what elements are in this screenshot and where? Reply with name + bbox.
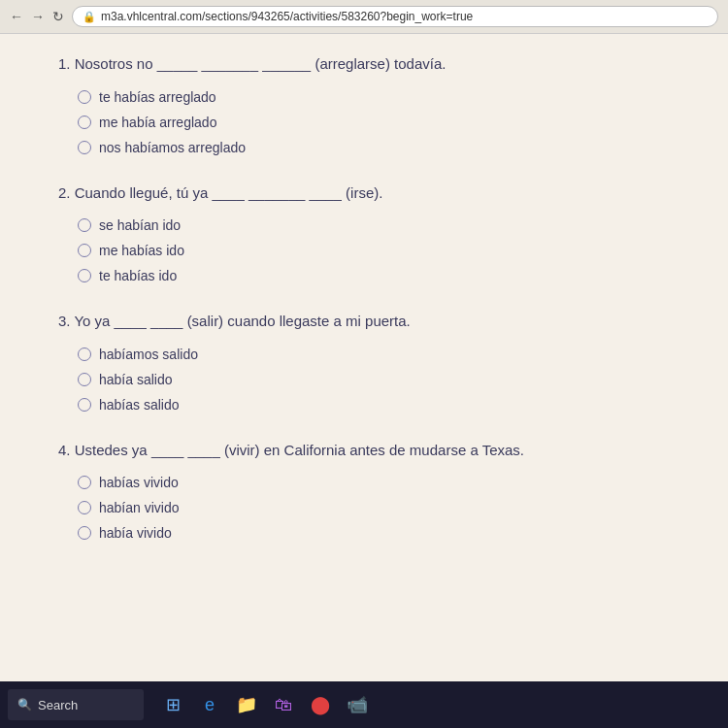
option-label-q4-2: habían vivido: [99, 500, 180, 515]
question-1-options: te habías arregladome había arregladonos…: [58, 89, 670, 155]
option-label-q2-1: se habían ido: [99, 217, 181, 233]
option-label-q3-3: habías salido: [99, 397, 180, 413]
question-2-option-1[interactable]: se habían ido: [78, 217, 670, 233]
option-label-q3-1: habíamos salido: [99, 347, 198, 362]
radio-q2-opt1[interactable]: [78, 218, 91, 232]
folder-icon[interactable]: 📁: [231, 689, 262, 720]
option-label-q4-1: habías vivido: [99, 475, 179, 490]
question-4-option-2[interactable]: habían vivido: [78, 500, 670, 515]
question-3-option-1[interactable]: habíamos salido: [78, 347, 670, 362]
radio-q4-opt2[interactable]: [78, 501, 91, 514]
question-4-text: 4. Ustedes ya ____ ____ (vivir) en Calif…: [58, 440, 670, 462]
folder-symbol: 📁: [236, 694, 257, 715]
option-label-q2-2: me habías ido: [99, 243, 184, 258]
taskview-symbol: ⊞: [166, 694, 181, 715]
radio-q1-opt2[interactable]: [78, 116, 91, 129]
radio-q1-opt3[interactable]: [78, 141, 91, 154]
main-content: 1. Nosotros no _____ _______ ______ (arr…: [0, 34, 728, 681]
back-button[interactable]: ←: [10, 9, 23, 24]
question-1-option-3[interactable]: nos habíamos arreglado: [78, 140, 670, 155]
search-label: Search: [38, 698, 78, 712]
chrome-symbol: ⬤: [311, 694, 330, 715]
option-label-q3-2: había salido: [99, 372, 173, 387]
question-2-text: 2. Cuando llegué, tú ya ____ _______ ___…: [58, 182, 670, 205]
browser-toolbar: ← → ↻ 🔒 m3a.vhlcentral.com/sections/9432…: [0, 0, 728, 34]
radio-q4-opt1[interactable]: [78, 476, 91, 489]
refresh-button[interactable]: ↻: [52, 9, 64, 24]
radio-q3-opt2[interactable]: [78, 373, 91, 386]
store-symbol: 🛍: [275, 695, 292, 715]
taskbar-icons: ⊞ e 📁 🛍 ⬤ 📹: [157, 689, 373, 720]
question-2: 2. Cuando llegué, tú ya ____ _______ ___…: [58, 182, 670, 284]
radio-q4-opt3[interactable]: [78, 526, 91, 540]
search-icon: 🔍: [17, 698, 32, 711]
question-2-option-3[interactable]: te habías ido: [78, 268, 670, 283]
forward-button[interactable]: →: [31, 9, 45, 24]
url-text: m3a.vhlcentral.com/sections/943265/activ…: [101, 10, 473, 23]
edge-icon[interactable]: e: [194, 689, 225, 720]
store-icon[interactable]: 🛍: [268, 689, 299, 720]
option-label-q1-3: nos habíamos arreglado: [99, 140, 246, 155]
question-2-option-2[interactable]: me habías ido: [78, 243, 670, 258]
radio-q3-opt1[interactable]: [78, 347, 91, 361]
question-4-option-1[interactable]: habías vivido: [78, 475, 670, 490]
search-bar[interactable]: 🔍 Search: [8, 689, 144, 720]
taskbar: 🔍 Search ⊞ e 📁 🛍 ⬤ 📹: [0, 681, 728, 728]
radio-q3-opt3[interactable]: [78, 398, 91, 412]
teams-symbol: 📹: [347, 694, 368, 715]
question-4-options: habías vividohabían vividohabía vivido: [58, 475, 670, 541]
option-label-q1-1: te habías arreglado: [99, 89, 216, 105]
question-4-option-3[interactable]: había vivido: [78, 525, 670, 541]
question-1-option-2[interactable]: me había arreglado: [78, 115, 670, 130]
edge-symbol: e: [205, 695, 215, 715]
radio-q2-opt2[interactable]: [78, 244, 91, 257]
chrome-icon[interactable]: ⬤: [305, 689, 336, 720]
address-bar[interactable]: 🔒 m3a.vhlcentral.com/sections/943265/act…: [72, 6, 718, 27]
option-label-q4-3: había vivido: [99, 525, 172, 541]
question-4: 4. Ustedes ya ____ ____ (vivir) en Calif…: [58, 440, 670, 542]
radio-q1-opt1[interactable]: [78, 90, 91, 104]
teams-icon[interactable]: 📹: [342, 689, 373, 720]
option-label-q2-3: te habías ido: [99, 268, 177, 283]
radio-q2-opt3[interactable]: [78, 269, 91, 282]
question-3-option-3[interactable]: habías salido: [78, 397, 670, 413]
taskview-icon[interactable]: ⊞: [157, 689, 188, 720]
question-3: 3. Yo ya ____ ____ (salir) cuando llegas…: [58, 311, 670, 413]
question-1-option-1[interactable]: te habías arreglado: [78, 89, 670, 105]
question-1: 1. Nosotros no _____ _______ ______ (arr…: [58, 53, 670, 155]
option-label-q1-2: me había arreglado: [99, 115, 216, 130]
question-3-options: habíamos salidohabía salidohabías salido: [58, 347, 670, 413]
question-1-text: 1. Nosotros no _____ _______ ______ (arr…: [58, 53, 670, 76]
question-3-option-2[interactable]: había salido: [78, 372, 670, 387]
question-2-options: se habían idome habías idote habías ido: [58, 217, 670, 283]
lock-icon: 🔒: [83, 11, 96, 23]
question-3-text: 3. Yo ya ____ ____ (salir) cuando llegas…: [58, 311, 670, 333]
